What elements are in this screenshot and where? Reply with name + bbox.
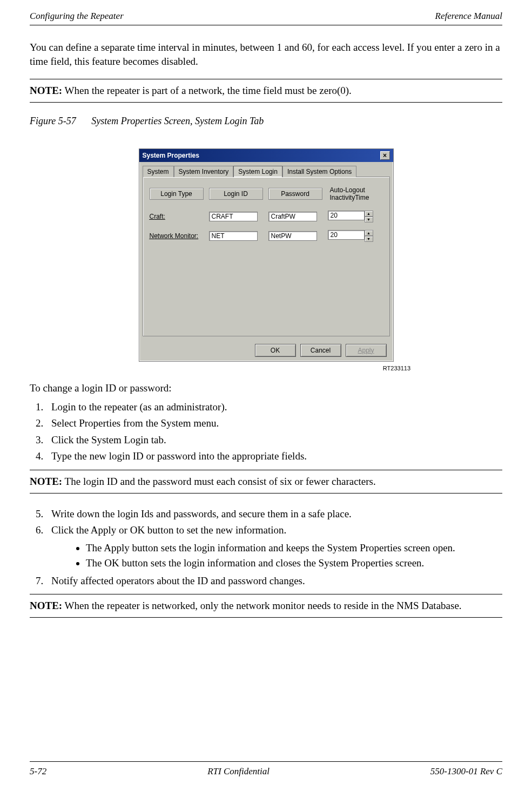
craft-time-spinner[interactable]: [328, 211, 365, 220]
note-3: NOTE: When the repeater is networked, on…: [30, 594, 502, 618]
figure-caption: Figure 5-57 System Properties Screen, Sy…: [30, 116, 502, 127]
row-label-craft: Craft:: [150, 213, 204, 220]
footer-page-num: 5-72: [30, 766, 46, 777]
step-5: Write down the login Ids and passwords, …: [46, 506, 502, 522]
procedure-heading: To change a login ID or password:: [30, 382, 502, 394]
window-title: System Properties: [143, 152, 199, 159]
close-icon[interactable]: ×: [380, 151, 390, 160]
note-2-text: The login ID and the password must each …: [65, 476, 376, 487]
step-2: Select Properties from the System menu.: [46, 416, 502, 431]
tab-system[interactable]: System: [143, 166, 174, 177]
screenshot-container: System Properties × System System Invent…: [30, 148, 502, 362]
col-login-id: Login ID: [209, 188, 263, 200]
note-3-label: NOTE:: [30, 600, 62, 611]
substep-2: The OK button sets the login information…: [86, 556, 502, 571]
net-time-spinner[interactable]: [328, 230, 365, 240]
tab-system-login[interactable]: System Login: [233, 166, 282, 177]
substeps-list: The Apply button sets the login informat…: [64, 540, 502, 571]
window-titlebar: System Properties ×: [139, 149, 393, 162]
net-spin-down-icon[interactable]: ▼: [365, 236, 373, 242]
net-password-input[interactable]: [268, 231, 317, 241]
cancel-button[interactable]: Cancel: [300, 344, 341, 357]
page-header: Configuring the Repeater Reference Manua…: [30, 11, 502, 25]
step-6: Click the Apply or OK button to set the …: [46, 523, 502, 571]
figure-title: System Properties Screen, System Login T…: [91, 116, 264, 126]
step-3: Click the System Login tab.: [46, 432, 502, 448]
note-1-text: When the repeater is part of a network, …: [65, 85, 352, 96]
header-left: Configuring the Repeater: [30, 11, 124, 22]
col-password: Password: [268, 188, 322, 200]
tab-strip: System System Inventory System Login Ins…: [143, 165, 390, 177]
note-1-label: NOTE:: [30, 85, 62, 96]
tab-panel: Login Type Login ID Password Auto-Logout…: [143, 177, 390, 336]
steps-list-a: Login to the repeater (as an administrat…: [30, 400, 502, 464]
col-login-type: Login Type: [150, 188, 204, 200]
footer-center: RTI Confidential: [207, 766, 270, 777]
craft-login-id-input[interactable]: [209, 212, 258, 221]
substep-1: The Apply button sets the login informat…: [86, 540, 502, 556]
net-spin-up-icon[interactable]: ▲: [365, 230, 373, 236]
note-3-text: When the repeater is networked, only the…: [65, 600, 462, 611]
page-footer: 5-72 RTI Confidential 550-1300-01 Rev C: [30, 761, 502, 777]
craft-spin-down-icon[interactable]: ▼: [365, 217, 373, 222]
screenshot-id-label: RT233113: [30, 365, 502, 371]
apply-button[interactable]: Apply: [346, 344, 387, 357]
row-label-network-monitor: Network Monitor:: [150, 232, 204, 240]
figure-number: Figure 5-57: [30, 116, 76, 126]
header-right: Reference Manual: [435, 11, 502, 22]
intro-paragraph: You can define a separate time interval …: [30, 40, 502, 68]
tab-install-system-options[interactable]: Install System Options: [282, 166, 356, 177]
footer-doc-rev: 550-1300-01 Rev C: [430, 766, 502, 777]
note-1: NOTE: When the repeater is part of a net…: [30, 79, 502, 103]
step-7: Notify affected operators about the ID a…: [46, 573, 502, 589]
tab-system-inventory[interactable]: System Inventory: [174, 166, 234, 177]
steps-list-b: Write down the login Ids and passwords, …: [30, 506, 502, 589]
net-login-id-input[interactable]: [209, 231, 258, 241]
craft-spin-up-icon[interactable]: ▲: [365, 211, 373, 217]
note-2-label: NOTE:: [30, 476, 62, 487]
craft-password-input[interactable]: [268, 212, 317, 221]
system-properties-window: System Properties × System System Invent…: [139, 148, 394, 362]
note-2: NOTE: The login ID and the password must…: [30, 470, 502, 493]
step-1: Login to the repeater (as an administrat…: [46, 400, 502, 415]
step-4: Type the new login ID or password into t…: [46, 449, 502, 464]
col-auto-logout: Auto-Logout InactivityTime: [328, 185, 382, 203]
ok-button[interactable]: OK: [255, 344, 296, 357]
